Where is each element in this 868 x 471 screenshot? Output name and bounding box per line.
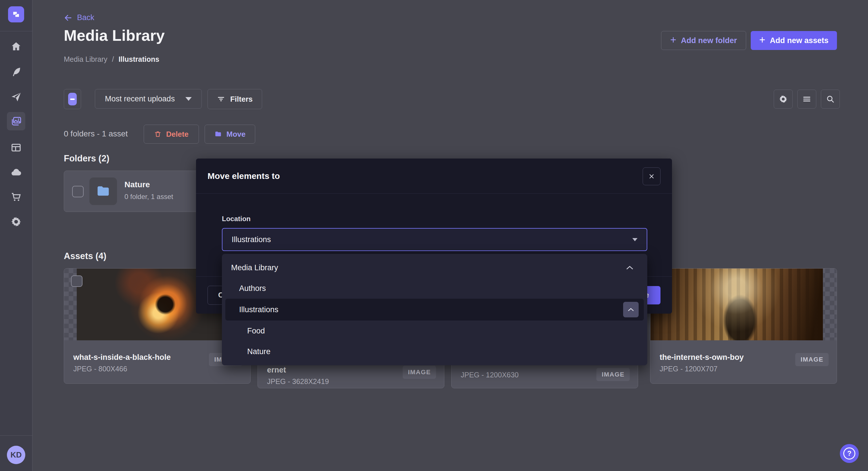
- cloud-icon: [10, 167, 22, 178]
- breadcrumb-separator: /: [112, 55, 114, 64]
- sidebar-item-marketplace[interactable]: [0, 191, 32, 203]
- delete-label: Delete: [166, 130, 189, 139]
- modal-header: Move elements to: [196, 159, 672, 194]
- asset-thumbnail: [650, 269, 837, 340]
- list-view-button[interactable]: [797, 90, 816, 108]
- asset-info: the-internet-s-own-boy JPEG - 1200X707 I…: [650, 340, 837, 373]
- add-new-folder-label: Add new folder: [681, 36, 737, 45]
- location-dropdown: Media Library Authors Illustrations Food…: [222, 254, 647, 365]
- close-icon: [648, 173, 655, 180]
- back-arrow-icon: [64, 13, 72, 22]
- asset-type-badge: IMAGE: [403, 366, 436, 379]
- chevron-down-icon: [632, 238, 638, 241]
- selection-summary: 0 folders - 1 asset: [64, 129, 128, 138]
- library-photo-image: [650, 269, 823, 340]
- sidebar-item-releases[interactable]: [0, 91, 32, 103]
- add-new-assets-label: Add new assets: [770, 36, 828, 45]
- sidebar-item-media-library[interactable]: [7, 112, 25, 130]
- gear-icon: [779, 95, 788, 104]
- breadcrumb-current: Illustrations: [118, 55, 159, 64]
- dropdown-item-nature[interactable]: Nature: [225, 341, 644, 362]
- select-all-checkbox[interactable]: [64, 89, 81, 109]
- location-select[interactable]: Illustrations: [222, 228, 647, 251]
- dropdown-item-label: Illustrations: [239, 305, 279, 314]
- layout-icon: [10, 142, 22, 154]
- filter-icon: [217, 95, 225, 103]
- location-label: Location: [222, 215, 251, 223]
- asset-type-badge: IMAGE: [596, 368, 630, 381]
- assets-heading: Assets (4): [64, 251, 106, 261]
- breadcrumb-parent[interactable]: Media Library: [64, 55, 107, 64]
- modal-close-button[interactable]: [643, 167, 660, 185]
- folder-checkbox[interactable]: [72, 186, 84, 197]
- trash-icon: [154, 130, 161, 138]
- chevron-down-icon: [185, 97, 192, 101]
- media-library-icon: [10, 115, 22, 127]
- sidebar-item-content-type-builder[interactable]: [0, 142, 32, 154]
- folder-icon: [214, 130, 222, 138]
- folders-heading: Folders (2): [64, 154, 109, 164]
- sidebar-item-deploy[interactable]: [0, 167, 32, 178]
- location-select-value: Illustrations: [232, 235, 271, 244]
- sidebar-item-content[interactable]: [0, 66, 32, 77]
- delete-button[interactable]: Delete: [144, 125, 199, 144]
- gear-icon: [10, 216, 22, 228]
- dropdown-item-label: Authors: [239, 284, 266, 293]
- asset-type-badge: IMAGE: [795, 353, 829, 366]
- user-avatar[interactable]: KD: [7, 446, 25, 464]
- search-button[interactable]: [821, 90, 840, 108]
- filters-button[interactable]: Filters: [208, 89, 262, 109]
- back-label: Back: [77, 13, 94, 22]
- plus-icon: +: [670, 35, 676, 45]
- help-button[interactable]: ?: [840, 444, 859, 463]
- folder-icon-tile: [89, 177, 117, 205]
- back-link[interactable]: Back: [64, 13, 94, 22]
- breadcrumb: Media Library / Illustrations: [64, 55, 159, 64]
- plus-icon: +: [759, 35, 765, 45]
- sidebar-divider-top: [0, 31, 32, 31]
- paper-plane-icon: [10, 91, 22, 103]
- sidebar: KD: [0, 0, 32, 471]
- dropdown-item-media-library[interactable]: Media Library: [225, 257, 644, 278]
- modal-title: Move elements to: [208, 171, 280, 181]
- folder-meta: 0 folder, 1 asset: [124, 193, 173, 201]
- dropdown-item-authors[interactable]: Authors: [225, 278, 644, 299]
- dropdown-item-food[interactable]: Food: [225, 321, 644, 341]
- add-new-folder-button[interactable]: + Add new folder: [661, 31, 746, 50]
- dropdown-item-illustrations[interactable]: Illustrations: [225, 299, 644, 321]
- feather-icon: [10, 66, 22, 77]
- asset-card-internets-own-boy[interactable]: the-internet-s-own-boy JPEG - 1200X707 I…: [650, 268, 837, 384]
- dropdown-item-label: Media Library: [231, 263, 278, 272]
- chevron-up-icon[interactable]: [626, 265, 633, 270]
- add-new-assets-button[interactable]: + Add new assets: [751, 31, 837, 50]
- indeterminate-checkbox-icon: [68, 93, 77, 105]
- list-icon: [802, 95, 811, 104]
- cart-icon: [10, 191, 22, 203]
- page-title: Media Library: [64, 26, 165, 44]
- folder-name: Nature: [124, 180, 150, 189]
- sort-dropdown[interactable]: Most recent uploads: [95, 89, 202, 108]
- sidebar-item-home[interactable]: [0, 41, 32, 52]
- app-root: KD Back Media Library Media Library / Il…: [0, 0, 868, 471]
- asset-checkbox[interactable]: [71, 275, 83, 287]
- search-icon: [826, 95, 835, 104]
- move-button[interactable]: Move: [205, 125, 255, 144]
- dropdown-item-label: Food: [247, 327, 265, 335]
- move-label: Move: [226, 130, 245, 139]
- collapse-children-button[interactable]: [623, 302, 639, 317]
- settings-view-button[interactable]: [774, 90, 793, 108]
- home-icon: [10, 41, 22, 52]
- filters-label: Filters: [230, 95, 253, 104]
- sort-value: Most recent uploads: [105, 95, 175, 103]
- strapi-logo[interactable]: [8, 6, 24, 23]
- dropdown-item-label: Nature: [247, 347, 271, 356]
- folder-icon: [96, 184, 111, 199]
- question-mark-icon: ?: [843, 447, 855, 460]
- sidebar-divider-bottom: [0, 435, 32, 436]
- sidebar-item-settings[interactable]: [0, 216, 32, 228]
- chevron-up-icon: [628, 308, 634, 312]
